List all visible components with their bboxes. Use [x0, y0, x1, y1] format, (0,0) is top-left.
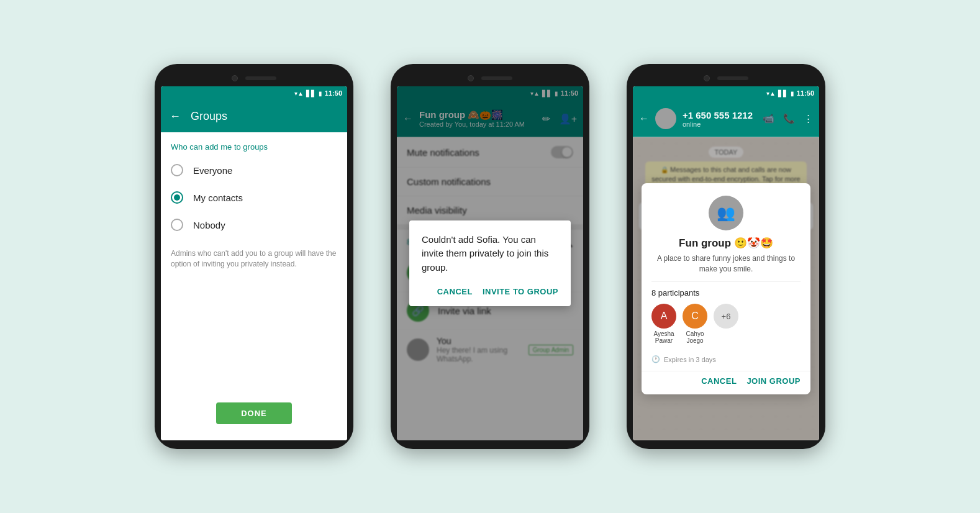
join-group-button[interactable]: JOIN GROUP	[746, 376, 801, 386]
p3-invite-top: 👥 Fun group 🙂🤡🤩 A place to share funny j…	[642, 183, 810, 282]
radio-outer-everyone	[171, 164, 183, 176]
phone-1-screen: ▾▲ ▋▋ ▮ 11:50 ← Groups Who can add me to…	[161, 86, 347, 440]
phone-2-camera	[468, 75, 474, 81]
done-button[interactable]: DONE	[216, 402, 292, 424]
radio-label-nobody: Nobody	[193, 220, 225, 230]
battery-icon: ▮	[319, 90, 322, 97]
p1-section-label: Who can add me to groups	[161, 132, 347, 157]
participants-count: 8 participants	[651, 288, 801, 297]
participant-more: +6	[714, 304, 738, 329]
contact-status: online	[683, 120, 756, 128]
phone-1-top-bar	[161, 73, 347, 86]
status-bar-3: ▾▲ ▋▋ ▮ 11:50	[633, 86, 819, 100]
p3-header: ← +1 650 555 1212 online 📹 📞 ⋮	[633, 100, 819, 137]
video-call-icon[interactable]: 📹	[763, 113, 774, 124]
signal-icon-3: ▋▋	[778, 90, 788, 97]
phone-3: ▾▲ ▋▋ ▮ 11:50 ← +1 650 555 1212 online 📹…	[627, 64, 825, 449]
more-avatar: +6	[714, 304, 738, 329]
status-time-1: 11:50	[325, 89, 342, 97]
phone-2-top-bar	[397, 73, 583, 86]
phone-1: ▾▲ ▋▋ ▮ 11:50 ← Groups Who can add me to…	[155, 64, 353, 449]
more-icon[interactable]: ⋮	[804, 113, 813, 124]
invite-cancel-button[interactable]: CANCEL	[701, 376, 737, 386]
phone-3-screen: ▾▲ ▋▋ ▮ 11:50 ← +1 650 555 1212 online 📹…	[633, 86, 819, 440]
p2-dialog-actions: CANCEL INVITE TO GROUP	[422, 284, 558, 299]
phone-3-top-bar	[633, 73, 819, 86]
voice-call-icon[interactable]: 📞	[783, 113, 795, 124]
done-button-wrap: DONE	[161, 393, 347, 434]
phone-1-camera	[232, 75, 238, 81]
status-time-3: 11:50	[797, 89, 814, 97]
participant-1: A AyeshaPawar	[651, 304, 676, 344]
p1-header: ← Groups	[161, 100, 347, 132]
invite-group-name: Fun group 🙂🤡🤩	[654, 237, 798, 250]
group-avatar: 👥	[709, 196, 743, 230]
radio-outer-nobody	[171, 219, 183, 231]
wifi-icon: ▾▲	[294, 90, 304, 97]
status-icons-3: ▾▲ ▋▋ ▮ 11:50	[766, 89, 814, 97]
radio-inner-mycontacts	[174, 194, 180, 201]
p2-dialog-overlay: Couldn't add Sofia. You can invite them …	[397, 86, 583, 440]
phone-2: ▾▲ ▋▋ ▮ 11:50 ← Fun group 🙈🎃🎆 Created by…	[391, 64, 589, 449]
radio-label-mycontacts: My contacts	[193, 193, 243, 203]
invite-actions: CANCEL JOIN GROUP	[642, 371, 810, 394]
invite-desc: A place to share funny jokes and things …	[654, 253, 798, 275]
status-bar-1: ▾▲ ▋▋ ▮ 11:50	[161, 86, 347, 100]
participant-name-2: CahyoJoego	[686, 330, 704, 344]
phone-2-screen: ▾▲ ▋▋ ▮ 11:50 ← Fun group 🙈🎃🎆 Created by…	[397, 86, 583, 440]
dialog-cancel-button[interactable]: CANCEL	[437, 284, 473, 299]
p3-invite-card: 👥 Fun group 🙂🤡🤩 A place to share funny j…	[642, 183, 810, 395]
signal-icon: ▋▋	[306, 90, 316, 97]
radio-label-everyone: Everyone	[193, 165, 232, 176]
phone-1-speaker	[245, 76, 276, 80]
p1-content: Who can add me to groups Everyone My con…	[161, 132, 347, 440]
phone-2-speaker	[481, 76, 512, 80]
radio-mycontacts[interactable]: My contacts	[161, 184, 347, 211]
p1-title: Groups	[191, 110, 227, 123]
p2-dialog-message: Couldn't add Sofia. You can invite them …	[422, 233, 558, 275]
phone-3-speaker	[717, 76, 748, 80]
participant-avatar-2: C	[683, 304, 707, 329]
invite-meta: 8 participants A AyeshaPawar C CahyoJoeg…	[642, 282, 810, 350]
dialog-invite-button[interactable]: INVITE TO GROUP	[483, 284, 558, 299]
contact-name: +1 650 555 1212	[683, 110, 756, 120]
p3-invite-overlay: 👥 Fun group 🙂🤡🤩 A place to share funny j…	[633, 137, 819, 440]
status-icons-1: ▾▲ ▋▋ ▮ 11:50	[294, 89, 342, 97]
participant-2: C CahyoJoego	[683, 304, 707, 344]
participant-avatar-1: A	[651, 304, 676, 329]
p2-dialog: Couldn't add Sofia. You can invite them …	[409, 220, 571, 307]
group-avatar-icon: 👥	[717, 204, 735, 222]
avatars-row: A AyeshaPawar C CahyoJoego +6	[651, 304, 801, 344]
radio-nobody[interactable]: Nobody	[161, 211, 347, 238]
radio-everyone[interactable]: Everyone	[161, 157, 347, 184]
clock-icon: 🕐	[651, 355, 660, 363]
p1-hint: Admins who can't add you to a group will…	[161, 238, 347, 279]
p3-contact-info: +1 650 555 1212 online	[683, 110, 756, 128]
expires-row: 🕐 Expires in 3 days	[642, 350, 810, 371]
contact-avatar	[655, 108, 676, 129]
battery-icon-3: ▮	[791, 90, 794, 97]
back-button-3[interactable]: ←	[639, 113, 649, 124]
participant-name-1: AyeshaPawar	[653, 330, 674, 344]
wifi-icon-3: ▾▲	[766, 90, 776, 97]
expires-text: Expires in 3 days	[664, 356, 716, 363]
phone-3-camera	[704, 75, 710, 81]
radio-outer-mycontacts	[171, 191, 183, 204]
p3-header-icons: 📹 📞 ⋮	[763, 113, 813, 124]
back-button-1[interactable]: ←	[170, 110, 181, 123]
